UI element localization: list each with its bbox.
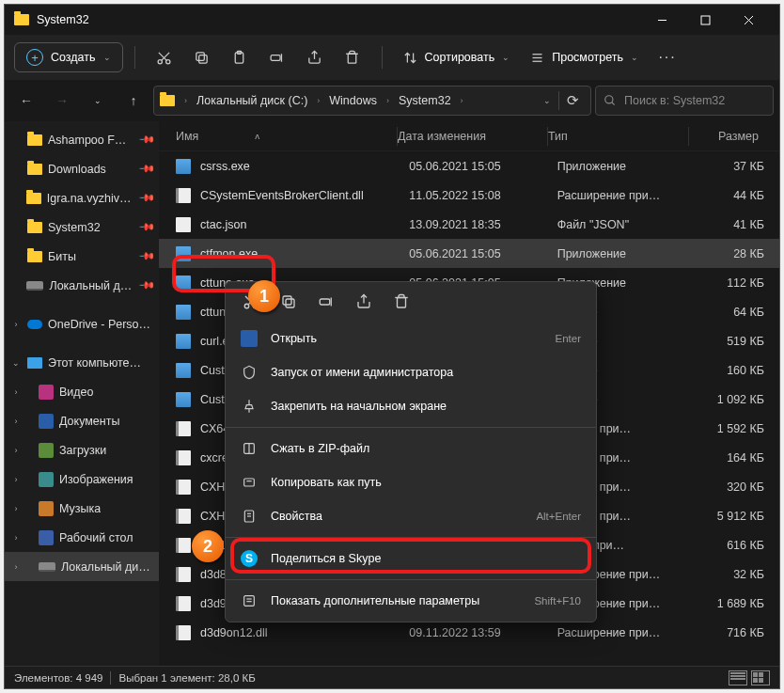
dll-icon bbox=[176, 188, 191, 203]
breadcrumb[interactable]: › Локальный диск (C:) › Windows › System… bbox=[153, 86, 591, 116]
sort-button[interactable]: Сортировать ⌄ bbox=[394, 45, 520, 71]
svg-rect-35 bbox=[244, 479, 255, 486]
sidebar-item[interactable]: System32📌 bbox=[5, 213, 159, 242]
column-size[interactable]: Размер bbox=[689, 130, 774, 143]
recent-button[interactable]: ⌄ bbox=[82, 85, 114, 117]
details-view-icon[interactable] bbox=[729, 670, 747, 685]
sidebar-item[interactable]: Локальный ди…📌 bbox=[5, 271, 159, 300]
folder-icon bbox=[27, 134, 42, 146]
file-size: 41 КБ bbox=[696, 218, 779, 231]
context-zip[interactable]: Сжать в ZIP-файл bbox=[226, 432, 596, 465]
table-row[interactable]: ctfmon.exe05.06.2021 15:05Приложение28 К… bbox=[159, 239, 779, 268]
context-copy-path[interactable]: Копировать как путь bbox=[226, 465, 596, 499]
up-button[interactable]: ↑ bbox=[118, 85, 149, 117]
view-button[interactable]: Просмотреть ⌄ bbox=[521, 45, 648, 71]
file-size: 519 КБ bbox=[696, 335, 779, 348]
file-date: 05.06.2021 15:05 bbox=[409, 247, 557, 260]
cut-icon[interactable] bbox=[147, 39, 182, 75]
sort-icon bbox=[403, 51, 417, 65]
rename-icon[interactable] bbox=[259, 39, 295, 75]
sidebar-item[interactable]: ›Изображения bbox=[5, 465, 159, 494]
close-button[interactable] bbox=[727, 5, 770, 35]
table-row[interactable]: CSystemEventsBrokerClient.dll11.05.2022 … bbox=[159, 181, 779, 210]
green-icon bbox=[39, 443, 54, 458]
column-type[interactable]: Тип bbox=[548, 127, 689, 146]
pin-icon: 📌 bbox=[137, 189, 155, 207]
search-input[interactable]: Поиск в: System32 bbox=[595, 86, 774, 116]
maximize-button[interactable] bbox=[683, 5, 727, 35]
refresh-icon[interactable]: ⟳ bbox=[567, 92, 579, 109]
file-type: Расширение при… bbox=[557, 626, 697, 639]
svg-line-22 bbox=[612, 102, 615, 105]
context-pin-start[interactable]: Закрепить на начальном экране bbox=[226, 389, 596, 423]
blue-icon bbox=[39, 414, 54, 429]
svg-rect-28 bbox=[283, 296, 291, 305]
breadcrumb-segment[interactable]: Локальный диск (C:) bbox=[193, 92, 311, 109]
sidebar-item[interactable]: ›Локальный ди… bbox=[5, 552, 159, 581]
sidebar-item[interactable]: Ashampoo F…📌 bbox=[5, 125, 159, 154]
context-skype[interactable]: S Поделиться в Skype bbox=[226, 542, 596, 575]
paste-icon[interactable] bbox=[222, 39, 258, 75]
sidebar-item-label: Музыка bbox=[59, 502, 101, 515]
file-name: csrss.exe bbox=[200, 160, 409, 173]
breadcrumb-segment[interactable]: System32 bbox=[395, 92, 455, 109]
context-show-more[interactable]: Показать дополнительные параметры Shift+… bbox=[226, 584, 596, 618]
pin-icon: 📌 bbox=[137, 160, 155, 178]
pin-icon: 📌 bbox=[137, 247, 155, 265]
ellipsis-icon: ··· bbox=[658, 49, 676, 66]
status-selected: Выбран 1 элемент: 28,0 КБ bbox=[118, 672, 255, 684]
dll-icon bbox=[176, 625, 191, 640]
column-date[interactable]: Дата изменения bbox=[398, 127, 548, 146]
svg-rect-1 bbox=[701, 16, 710, 24]
sidebar-item[interactable]: ›Документы bbox=[5, 406, 159, 435]
dll-icon bbox=[176, 421, 191, 436]
forward-button[interactable]: → bbox=[46, 85, 78, 117]
sidebar-item[interactable]: Биты📌 bbox=[5, 242, 159, 271]
folder-icon bbox=[27, 164, 42, 175]
chevron-right-icon: › bbox=[386, 96, 389, 105]
icons-view-icon[interactable] bbox=[751, 670, 770, 685]
delete-icon[interactable] bbox=[335, 39, 370, 75]
sidebar-item[interactable]: ›Загрузки bbox=[5, 435, 159, 465]
sidebar-item[interactable]: ›Видео bbox=[5, 377, 159, 406]
sidebar-item[interactable]: ›Музыка bbox=[5, 494, 159, 523]
share-icon[interactable] bbox=[297, 39, 333, 75]
file-date: 13.09.2021 18:35 bbox=[409, 218, 557, 231]
sidebar-item[interactable]: ›Рабочий стол bbox=[5, 523, 159, 552]
copy-icon[interactable] bbox=[184, 39, 220, 75]
breadcrumb-segment[interactable]: Windows bbox=[325, 92, 381, 109]
context-properties[interactable]: Свойства Alt+Enter bbox=[226, 499, 596, 533]
view-icon bbox=[530, 51, 544, 65]
column-name[interactable]: Имяʌ bbox=[176, 127, 398, 146]
delete-icon[interactable] bbox=[391, 291, 412, 312]
file-size: 160 КБ bbox=[696, 364, 779, 377]
file-size: 112 КБ bbox=[696, 276, 779, 290]
svg-rect-40 bbox=[244, 596, 255, 606]
sidebar-item[interactable]: ⌄Этот компьюте… bbox=[5, 348, 159, 377]
table-row[interactable]: ctac.json13.09.2021 18:35Файл "JSON"41 К… bbox=[159, 210, 779, 239]
sidebar-item-label: Локальный ди… bbox=[49, 279, 134, 292]
table-row[interactable]: csrss.exe05.06.2021 15:05Приложение37 КБ bbox=[159, 151, 779, 181]
sidebar-item[interactable]: Igra.na.vyzhivan…📌 bbox=[5, 183, 159, 213]
copy-icon[interactable] bbox=[278, 291, 299, 312]
minimize-button[interactable] bbox=[640, 5, 683, 35]
new-button[interactable]: + Создать ⌄ bbox=[14, 42, 123, 72]
back-button[interactable]: ← bbox=[10, 85, 42, 117]
more-button[interactable]: ··· bbox=[650, 39, 685, 75]
sidebar-item[interactable]: Downloads📌 bbox=[5, 154, 159, 183]
annotation-badge-1: 1 bbox=[248, 280, 280, 312]
context-open[interactable]: Открыть Enter bbox=[226, 322, 596, 355]
context-run-admin[interactable]: Запуск от имени администратора bbox=[226, 355, 596, 389]
drive-icon bbox=[26, 281, 43, 291]
pin-icon bbox=[241, 398, 258, 415]
drive-icon bbox=[160, 95, 175, 106]
file-explorer-window: System32 + Создать ⌄ Сортировать ⌄ Просм… bbox=[4, 4, 780, 689]
sidebar-item[interactable]: ›OneDrive - Perso… bbox=[5, 309, 159, 339]
chevron-down-icon[interactable]: ⌄ bbox=[543, 96, 551, 105]
app-icon bbox=[241, 330, 258, 347]
rename-icon[interactable] bbox=[316, 291, 337, 312]
share-icon[interactable] bbox=[353, 291, 374, 312]
sidebar-item-label: Downloads bbox=[48, 163, 106, 176]
svg-rect-9 bbox=[196, 52, 205, 60]
status-bar: Элементов: 4 949 Выбран 1 элемент: 28,0 … bbox=[5, 666, 779, 688]
